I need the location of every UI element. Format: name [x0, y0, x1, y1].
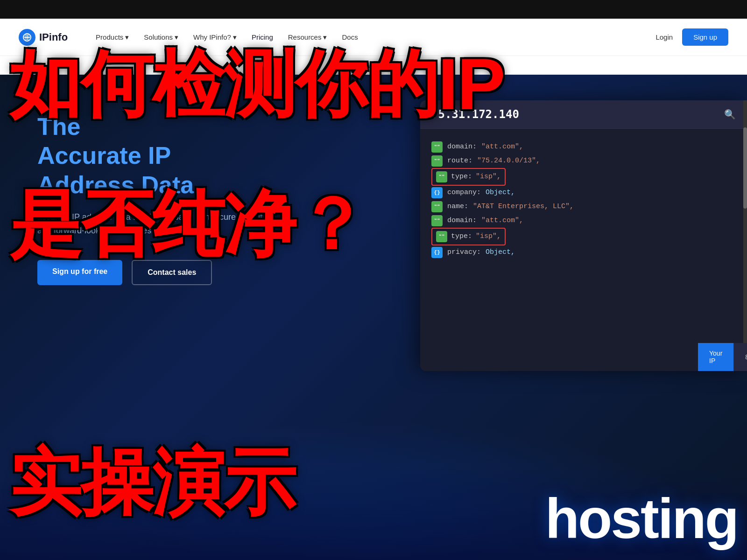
dropdown-icon: ▾ [175, 33, 178, 42]
logo-text: IPinfo [39, 31, 68, 43]
string-icon: ❝❝ [431, 155, 443, 167]
top-bar [0, 0, 747, 19]
dropdown-icon: ▾ [323, 33, 327, 42]
bottom-tab-bar: Your IP 8.8.4.4 S1515 1.1.1.14 AS451 [698, 343, 747, 371]
code-line-privacy: {} privacy: Object, [431, 245, 736, 259]
nav-resources[interactable]: Resources ▾ [288, 33, 327, 42]
logo[interactable]: IPinfo [19, 29, 68, 46]
nav-why-ipinfo[interactable]: Why IPinfo? ▾ [193, 33, 237, 42]
code-line-company: {} company: Object, [431, 186, 736, 200]
hero-title: The Accurate IP Address Data [37, 112, 317, 199]
string-icon: ❝❝ [431, 201, 443, 212]
string-icon: ❝❝ [436, 171, 447, 182]
code-line-domain1: ❝❝ domain: "att.com", [431, 140, 736, 154]
object-icon: {} [431, 247, 443, 258]
code-line-route: ❝❝ route: "75.24.0.0/13", [431, 154, 736, 168]
logo-icon [19, 29, 35, 46]
dropdown-icon: ▾ [233, 33, 237, 42]
highlighted-type1: ❝❝ type: "isp", [431, 168, 506, 186]
object-icon: {} [431, 187, 443, 198]
bottom-tabs: Your IP 8.8.4.4 S1515 1.1.1.14 AS451 [698, 343, 747, 371]
scrollbar-thumb [743, 127, 747, 209]
code-line-name: ❝❝ name: "AT&T Enterprises, LLC", [431, 200, 736, 214]
nav-bar: IPinfo Products ▾ Solutions ▾ Why IPinfo… [0, 19, 747, 56]
nav-products[interactable]: Products ▾ [96, 33, 129, 42]
hero-contact-button[interactable]: Contact sales [132, 260, 212, 285]
bottom-gradient [0, 467, 747, 560]
code-line-type2: ❝❝ type: "isp", [431, 228, 736, 245]
tab-8844[interactable]: 8.8.4.4 [734, 343, 747, 371]
signup-button[interactable]: Sign up [682, 28, 728, 46]
nav-docs[interactable]: Docs [342, 33, 358, 41]
hero-subtitle: accurate IP address data that keeps pace… [37, 210, 271, 238]
scrollbar[interactable] [743, 100, 747, 371]
string-icon: ❝❝ [436, 231, 447, 242]
login-button[interactable]: Login [655, 33, 673, 41]
ip-address-display: 75.31.172.140 [431, 108, 519, 121]
dropdown-icon: ▾ [125, 33, 129, 42]
nav-actions: Login Sign up [655, 28, 728, 46]
code-content: ❝❝ domain: "att.com", ❝❝ route: "75.24.0… [420, 129, 747, 271]
string-icon: ❝❝ [431, 215, 443, 226]
highlighted-type2: ❝❝ type: "isp", [431, 228, 506, 245]
code-line-type1: ❝❝ type: "isp", [431, 168, 736, 186]
string-icon: ❝❝ [431, 141, 443, 153]
code-line-domain2: ❝❝ domain: "att.com", [431, 214, 736, 228]
nav-solutions[interactable]: Solutions ▾ [144, 33, 178, 42]
search-icon[interactable]: 🔍 [724, 109, 736, 120]
code-panel-header: 75.31.172.140 🔍 [420, 100, 747, 129]
hero-signup-button[interactable]: Sign up for free [37, 260, 122, 285]
nav-pricing[interactable]: Pricing [252, 33, 273, 41]
nav-links: Products ▾ Solutions ▾ Why IPinfo? ▾ Pri… [96, 33, 655, 42]
tab-your-ip[interactable]: Your IP [698, 343, 734, 371]
code-panel: 75.31.172.140 🔍 ❝❝ domain: "att.com", ❝❝… [420, 100, 747, 371]
